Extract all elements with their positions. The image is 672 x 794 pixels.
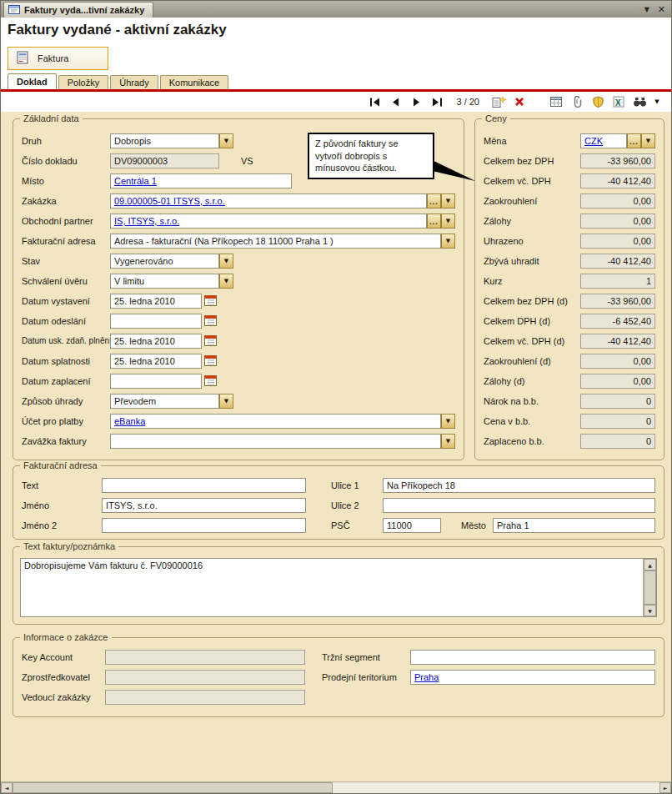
zakazka-dropdown-button[interactable]: ▼: [441, 193, 455, 209]
druh-combobox[interactable]: Dobropis: [110, 133, 219, 148]
ucet-dropdown-button[interactable]: ▼: [441, 414, 455, 429]
ulice2-input[interactable]: [383, 498, 655, 513]
scroll-left-icon[interactable]: ◄: [1, 782, 13, 793]
mena-field[interactable]: CZK: [580, 133, 627, 148]
mesto-input[interactable]: Praha 1: [493, 518, 655, 533]
ulice1-input[interactable]: Na Příkopech 18: [383, 478, 655, 493]
ceny-value-field: -33 960,00: [580, 153, 655, 168]
field-row-datum-vystaveni: Datum vystavení 25. ledna 2010: [22, 293, 455, 309]
field-label: Jméno: [22, 500, 102, 510]
adresa-row-2: Jméno ITSYS, s.r.o. Ulice 2: [22, 498, 655, 513]
partner-field[interactable]: IS, ITSYS, s.r.o.: [110, 214, 427, 229]
zavazka-dropdown-button[interactable]: ▼: [441, 434, 455, 449]
tab-komunikace[interactable]: Komunikace: [160, 75, 229, 89]
calendar-icon[interactable]: [203, 354, 218, 368]
tab-uhrady[interactable]: Úhrady: [110, 75, 158, 89]
field-label: Kurz: [484, 276, 580, 286]
datum-zaplaceni-input[interactable]: [110, 374, 202, 389]
ceny-value-field: -40 412,40: [580, 173, 655, 188]
faktura-button[interactable]: Faktura: [8, 47, 108, 70]
calendar-icon[interactable]: [203, 314, 218, 328]
ceny-value-field: 0,00: [580, 354, 655, 369]
schvaleni-value: V limitu: [114, 276, 144, 286]
mena-dropdown-button[interactable]: ▼: [641, 133, 655, 148]
adresa-text-input[interactable]: [102, 478, 306, 493]
poznamka-text: Dobropisujeme Vám fakturu č. FV09000016: [24, 560, 639, 570]
datum-odeslani-input[interactable]: [110, 314, 202, 329]
delete-record-icon[interactable]: [512, 94, 527, 109]
zavazka-combobox[interactable]: [110, 434, 441, 449]
nav-first-icon[interactable]: [367, 94, 382, 109]
trzni-segment-input[interactable]: [410, 650, 655, 665]
poznamka-scrollbar[interactable]: ▲ ▼: [643, 559, 656, 616]
close-icon[interactable]: ✕: [658, 4, 665, 15]
horizontal-scrollbar[interactable]: ◄ ►: [1, 781, 671, 793]
field-label: Datum zaplacení: [22, 376, 110, 386]
mena-browse-button[interactable]: ...: [627, 133, 641, 148]
ucet-field[interactable]: eBanka: [110, 414, 441, 429]
mena-link[interactable]: CZK: [584, 136, 603, 146]
ceny-value-field: 0: [580, 434, 655, 449]
poznamka-textarea[interactable]: Dobropisujeme Vám fakturu č. FV09000016 …: [20, 558, 657, 617]
excel-export-icon[interactable]: X: [611, 94, 626, 109]
jmeno-input[interactable]: ITSYS, s.r.o.: [102, 498, 306, 513]
partner-dropdown-button[interactable]: ▼: [441, 214, 455, 229]
field-label: Celkem DPH (d): [484, 316, 580, 326]
datum-vystaveni-input[interactable]: 25. ledna 2010: [110, 294, 202, 309]
datum-splatnosti-input[interactable]: 25. ledna 2010: [110, 354, 202, 369]
fakt-adresa-dropdown-button[interactable]: ▼: [441, 234, 455, 249]
svg-text:X: X: [615, 98, 621, 108]
teritorium-link[interactable]: Praha: [414, 672, 439, 682]
new-record-icon[interactable]: [491, 94, 506, 109]
attachment-icon[interactable]: [569, 94, 584, 109]
ucet-link[interactable]: eBanka: [114, 416, 145, 426]
scroll-down-icon[interactable]: ▼: [644, 605, 656, 616]
zakazka-link[interactable]: 09.000005-01 ITSYS, s.r.o.: [114, 196, 225, 206]
stav-dropdown-button[interactable]: ▼: [219, 254, 233, 269]
partner-link[interactable]: IS, ITSYS, s.r.o.: [114, 216, 179, 226]
search-icon[interactable]: [632, 94, 647, 109]
zpusob-dropdown-button[interactable]: ▼: [219, 394, 233, 409]
tab-polozky[interactable]: Položky: [58, 75, 109, 89]
datum-usk-input[interactable]: 25. ledna 2010: [110, 334, 202, 349]
calendar-icon[interactable]: [203, 374, 218, 388]
misto-field[interactable]: Centrála 1: [110, 173, 292, 188]
zpusob-combobox[interactable]: Převodem: [110, 394, 219, 409]
psc-input[interactable]: 11000: [383, 518, 441, 533]
scrollbar-thumb[interactable]: [644, 570, 656, 605]
group-info-zakazka: Informace o zakázce Key Account Tržní se…: [13, 637, 664, 717]
nav-next-icon[interactable]: [409, 94, 424, 109]
druh-dropdown-button[interactable]: ▼: [219, 133, 233, 148]
window-menu-icon[interactable]: ▼: [644, 6, 649, 13]
field-label: Druh: [22, 136, 110, 146]
scroll-right-icon[interactable]: ►: [659, 782, 671, 793]
search-dropdown-icon[interactable]: ▼: [653, 98, 661, 105]
stav-combobox[interactable]: Vygenerováno: [110, 254, 219, 269]
schvaleni-dropdown-button[interactable]: ▼: [219, 274, 233, 289]
nav-last-icon[interactable]: [429, 94, 444, 109]
field-label: Zprostředkovatel: [22, 672, 105, 682]
schvaleni-combobox[interactable]: V limitu: [110, 274, 219, 289]
scrollbar-thumb[interactable]: [13, 782, 333, 793]
chevron-down-icon: ▼: [446, 198, 450, 204]
shield-icon[interactable]: [590, 94, 605, 109]
partner-browse-button[interactable]: ...: [427, 214, 441, 229]
calendar-icon[interactable]: [203, 294, 218, 308]
jmeno2-input[interactable]: [102, 518, 306, 533]
misto-link[interactable]: Centrála 1: [114, 176, 157, 186]
teritorium-field[interactable]: Praha: [410, 670, 655, 685]
calendar-icon[interactable]: [203, 334, 218, 348]
zakazka-field[interactable]: 09.000005-01 ITSYS, s.r.o.: [110, 193, 427, 209]
zakazka-browse-button[interactable]: ...: [427, 193, 441, 209]
ceny-row: Celkem DPH (d)-6 452,40: [484, 313, 655, 329]
nav-previous-icon[interactable]: [388, 94, 403, 109]
tab-doklad[interactable]: Doklad: [8, 73, 57, 89]
fakt-adresa-combobox[interactable]: Adresa - fakturační (Na Příkopech 18 110…: [110, 234, 441, 249]
ceny-row: Zbývá uhradit-40 412,40: [484, 253, 655, 269]
window-tab[interactable]: Faktury vyda...tivní zakázky: [3, 2, 153, 18]
ceny-row: Celkem vč. DPH (d)-40 412,40: [484, 333, 655, 349]
table-view-icon[interactable]: [549, 94, 564, 109]
scroll-up-icon[interactable]: ▲: [644, 559, 656, 570]
field-label: Datum vystavení: [22, 296, 110, 306]
group-ceny: Ceny Měna CZK ... ▼ Celkem bez DPH-33 96…: [474, 118, 664, 460]
